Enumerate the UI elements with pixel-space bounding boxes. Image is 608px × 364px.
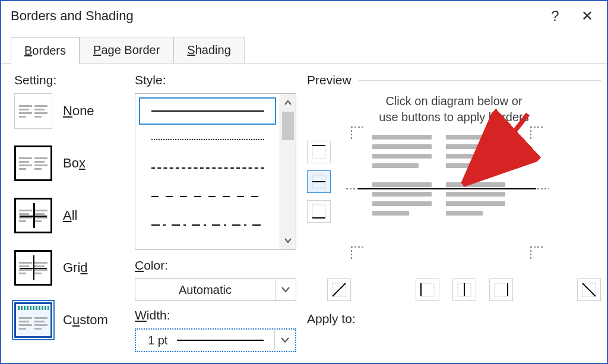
setting-all-thumb [14,198,52,233]
svg-rect-4 [312,205,325,218]
dialog-body: Setting: None Box [1,64,607,360]
width-dropdown-button[interactable] [274,330,295,351]
edge-diag-down-button[interactable] [327,278,351,301]
style-column: Style: Color: Automatic [135,73,296,360]
tabstrip: Borders Page Border Shading [1,37,607,64]
width-value: 1 pt [136,330,274,351]
style-item-dashed-medium[interactable] [139,183,276,210]
setting-custom[interactable]: Custom [14,302,124,338]
color-combobox[interactable]: Automatic [135,278,296,301]
scroll-up-button[interactable] [280,94,296,112]
tab-borders[interactable]: Borders [11,37,80,64]
preview-label: Preview [307,73,352,87]
style-label: Style: [135,73,296,87]
style-item-solid[interactable] [139,97,276,125]
width-sample-line [177,340,264,341]
style-listbox[interactable] [135,93,296,250]
style-item-dotted[interactable] [139,126,276,153]
color-dropdown-button[interactable] [275,279,296,300]
edge-top-button[interactable] [307,141,331,163]
setting-none[interactable]: None [14,93,124,129]
crop-corner-br [530,246,544,261]
tab-page-border[interactable]: Page Border [80,37,173,63]
setting-box[interactable]: Box [14,145,124,181]
edge-diag-up-button[interactable] [577,278,601,301]
setting-all[interactable]: All [14,198,124,233]
help-button[interactable]: ? [539,2,571,30]
setting-custom-thumb [14,302,52,338]
style-scrollbar[interactable] [280,94,296,249]
svg-line-7 [332,283,346,296]
setting-grid[interactable]: Grid [14,250,124,286]
dialog-title: Borders and Shading [11,8,539,24]
setting-label: Setting: [14,73,124,87]
preview-diagram[interactable] [338,129,534,265]
tab-shading[interactable]: Shading [173,37,244,63]
svg-rect-8 [421,283,434,296]
apply-to-label: Apply to: [307,312,601,326]
annotation-arrow [338,105,546,248]
close-button[interactable]: ✕ [571,2,603,30]
style-list-inner [135,94,280,249]
close-icon: ✕ [581,8,593,24]
preview-area [307,129,601,265]
preview-label-row: Preview [307,73,601,87]
preview-column: Preview Click on diagram below or use bu… [307,73,601,360]
tab-borders-rest: orders [32,44,66,57]
edge-buttons-bottom [307,278,601,301]
scroll-down-button[interactable] [280,232,296,249]
titlebar: Borders and Shading ? ✕ [1,1,607,31]
setting-none-label: one [72,103,94,118]
edge-bottom-button[interactable] [307,200,331,223]
setting-grid-thumb [14,250,52,286]
setting-column: Setting: None Box [14,73,124,360]
edge-inside-horizontal-button[interactable] [307,170,331,193]
svg-rect-0 [312,145,325,159]
width-label-rest: idth: [147,308,170,322]
style-item-dashed-short[interactable] [139,154,276,182]
svg-line-15 [582,283,596,296]
scroll-thumb[interactable] [282,112,294,140]
color-value: Automatic [135,279,275,300]
edge-inside-vertical-button[interactable] [452,278,476,301]
svg-rect-12 [495,283,508,296]
style-item-dashdot[interactable] [139,211,276,239]
setting-none-thumb [14,93,52,129]
setting-box-thumb [14,145,52,181]
scroll-track[interactable] [280,112,296,232]
help-icon: ? [551,8,559,24]
edge-right-button[interactable] [489,278,513,301]
width-combobox[interactable]: 1 pt [135,328,296,352]
edge-left-button[interactable] [416,278,439,301]
edge-buttons-left [307,141,331,223]
color-label-rest: olor: [144,258,168,272]
dialog-window: Borders and Shading ? ✕ Borders Page Bor… [0,0,608,364]
